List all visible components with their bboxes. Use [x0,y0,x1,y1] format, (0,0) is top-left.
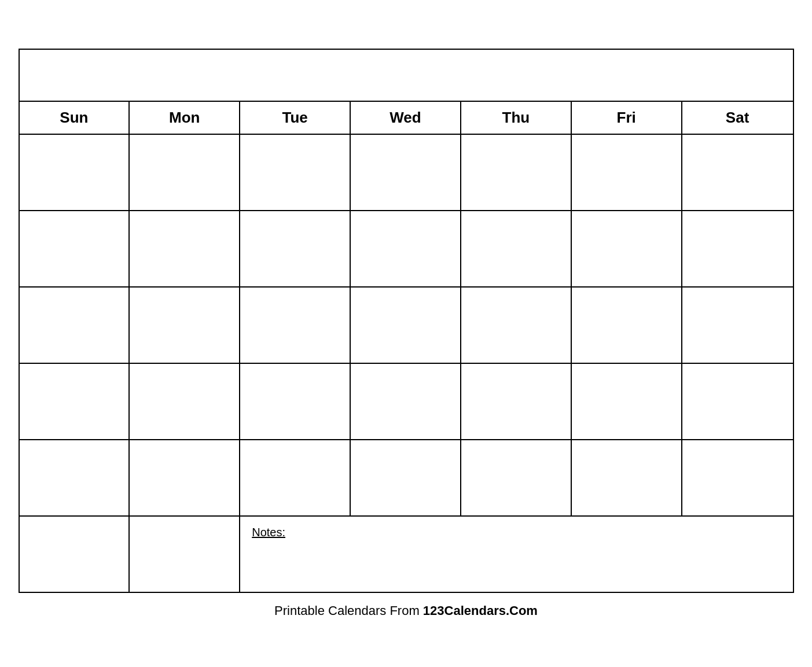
calendar-row-4 [20,364,793,440]
cell-r3-sat[interactable] [682,288,793,363]
cell-r4-sat[interactable] [682,364,793,439]
cell-r2-fri[interactable] [572,211,682,286]
day-header-thu: Thu [461,102,572,134]
calendar-row-5 [20,440,793,517]
day-header-tue: Tue [240,102,351,134]
cell-r2-wed[interactable] [351,211,461,286]
cell-r4-wed[interactable] [351,364,461,439]
calendar-body: Notes: [20,135,793,592]
cell-r2-mon[interactable] [130,211,240,286]
cell-r5-mon[interactable] [130,440,240,515]
calendar-header: Sun Mon Tue Wed Thu Fri Sat [20,102,793,135]
day-header-sun: Sun [20,102,130,134]
notes-content-area[interactable]: Notes: [240,517,792,592]
cell-r5-sun[interactable] [20,440,130,515]
footer-brand: 123Calendars.Com [423,603,538,618]
day-header-sat: Sat [682,102,793,134]
cell-r1-fri[interactable] [572,135,682,210]
cell-r2-thu[interactable] [461,211,572,286]
cell-r4-tue[interactable] [240,364,351,439]
cell-r4-mon[interactable] [130,364,240,439]
footer-prefix: Printable Calendars From [274,603,423,618]
footer: Printable Calendars From 123Calendars.Co… [274,603,538,618]
cell-r4-sun[interactable] [20,364,130,439]
notes-cell-mon[interactable] [130,517,240,592]
calendar-row-2 [20,211,793,288]
cell-r4-fri[interactable] [572,364,682,439]
cell-r1-thu[interactable] [461,135,572,210]
cell-r5-wed[interactable] [351,440,461,515]
cell-r5-tue[interactable] [240,440,351,515]
cell-r1-sat[interactable] [682,135,793,210]
cell-r1-tue[interactable] [240,135,351,210]
cell-r3-fri[interactable] [572,288,682,363]
cell-r3-sun[interactable] [20,288,130,363]
cell-r2-sat[interactable] [682,211,793,286]
calendar-row-3 [20,288,793,364]
cell-r1-mon[interactable] [130,135,240,210]
cell-r5-sat[interactable] [682,440,793,515]
calendar: Sun Mon Tue Wed Thu Fri Sat [19,49,794,593]
cell-r2-sun[interactable] [20,211,130,286]
notes-row: Notes: [20,517,793,592]
cell-r3-tue[interactable] [240,288,351,363]
cell-r3-thu[interactable] [461,288,572,363]
cell-r5-thu[interactable] [461,440,572,515]
cell-r3-mon[interactable] [130,288,240,363]
cell-r4-thu[interactable] [461,364,572,439]
day-header-mon: Mon [130,102,240,134]
cell-r2-tue[interactable] [240,211,351,286]
cell-r1-sun[interactable] [20,135,130,210]
cell-r3-wed[interactable] [351,288,461,363]
cell-r1-wed[interactable] [351,135,461,210]
cell-r5-fri[interactable] [572,440,682,515]
calendar-title [20,50,793,102]
notes-cell-sun[interactable] [20,517,130,592]
day-header-fri: Fri [572,102,682,134]
day-header-wed: Wed [351,102,461,134]
notes-label: Notes: [252,526,285,539]
calendar-row-1 [20,135,793,211]
